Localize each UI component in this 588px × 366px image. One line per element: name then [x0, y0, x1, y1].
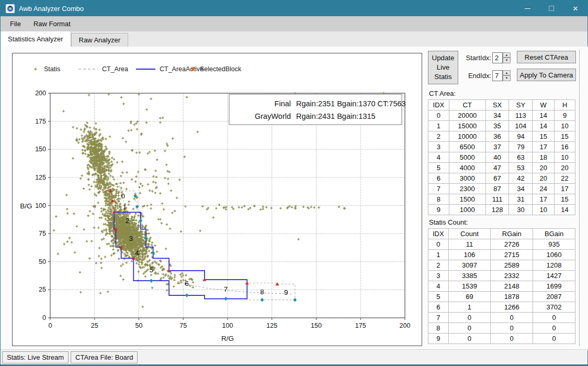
table-cell[interactable]: 94	[509, 131, 533, 142]
endidx-row: EndIdx: 7 ▲ ▼	[462, 70, 511, 81]
table-cell[interactable]: 9	[555, 110, 575, 121]
table-cell[interactable]: 6	[428, 173, 449, 184]
x-tick-label: 25	[91, 322, 98, 329]
table-cell[interactable]: 37	[485, 142, 509, 152]
tab-raw-analyzer[interactable]: Raw Analyzer	[71, 33, 128, 47]
table-cell[interactable]: 1000	[449, 205, 485, 215]
apply-to-camera-button[interactable]: Apply To Camera	[517, 69, 576, 81]
update-live-statis-button[interactable]: Update Live Statis	[428, 51, 458, 84]
table-cell: 0	[533, 334, 575, 344]
region-index-label: 1	[123, 203, 127, 211]
table-row: 8000	[428, 323, 575, 334]
table-cell[interactable]: 3000	[449, 173, 485, 184]
table-cell[interactable]: 42	[509, 173, 533, 184]
table-cell[interactable]: 7	[428, 184, 449, 194]
region-end-handle[interactable]	[185, 293, 189, 297]
table-cell: 1266	[491, 302, 533, 313]
table-cell[interactable]: 53	[509, 163, 533, 173]
startidx-down-icon[interactable]: ▼	[503, 58, 511, 63]
x-tick-label: 125	[266, 322, 277, 329]
table-cell[interactable]: 20	[533, 173, 555, 184]
table-cell[interactable]: 18	[533, 152, 555, 163]
table-cell[interactable]: 79	[509, 142, 533, 152]
table-cell[interactable]: 1500	[449, 194, 485, 205]
table-cell[interactable]: 128	[485, 205, 509, 215]
table-cell[interactable]: 24	[533, 184, 555, 194]
table-cell[interactable]: 4	[428, 152, 449, 163]
table-cell[interactable]: 67	[485, 173, 509, 184]
table-row: 6300067422022	[428, 173, 575, 184]
startidx-up-icon[interactable]: ▲	[503, 52, 511, 58]
table-cell[interactable]: 20	[555, 163, 575, 173]
close-button[interactable]: ✕	[563, 1, 587, 16]
table-cell[interactable]: 30	[509, 205, 533, 215]
startidx-input[interactable]: 2	[492, 52, 503, 63]
table-cell[interactable]: 47	[485, 163, 509, 173]
table-cell[interactable]: 14	[555, 205, 575, 215]
startidx-label: StartIdx:	[462, 54, 491, 62]
table-cell[interactable]: 15000	[449, 121, 485, 131]
region-end-handle[interactable]	[293, 298, 297, 302]
menu-raw-format[interactable]: Raw Format	[27, 16, 77, 31]
table-cell[interactable]: 1	[428, 121, 449, 131]
x-tick-label: 75	[179, 322, 187, 329]
table-row: 110627151060	[428, 250, 575, 260]
table-cell[interactable]: 10	[555, 121, 575, 131]
table-cell[interactable]: 15	[533, 131, 555, 142]
maximize-button[interactable]	[539, 1, 563, 16]
table-cell[interactable]: 15	[555, 194, 575, 205]
tab-statistics-analyzer[interactable]: Statistics Analyzer	[1, 31, 71, 47]
table-cell[interactable]: 17	[533, 194, 555, 205]
region-end-handle[interactable]	[135, 205, 139, 208]
endidx-input[interactable]: 7	[492, 70, 503, 81]
table-cell[interactable]: 10000	[449, 131, 485, 142]
axis-ticks: 0025255050757510010012512515015017517520…	[35, 90, 410, 329]
table-cell[interactable]: 3	[428, 142, 449, 152]
table-cell[interactable]: 20	[533, 163, 555, 173]
table-cell[interactable]: 20000	[449, 110, 485, 121]
table-cell[interactable]: 111	[485, 194, 509, 205]
table-cell[interactable]: 0	[428, 110, 449, 121]
awb-scatter-chart[interactable]: 0025255050757510010012512515015017517520…	[13, 53, 422, 346]
table-cell[interactable]: 4000	[449, 163, 485, 173]
minimize-button[interactable]	[515, 1, 539, 16]
table-cell[interactable]: 31	[509, 194, 533, 205]
table-cell[interactable]: 6500	[449, 142, 485, 152]
table-cell[interactable]: 34	[509, 184, 533, 194]
table-cell[interactable]: 8	[428, 194, 449, 205]
table-cell[interactable]: 34	[485, 110, 509, 121]
table-cell[interactable]: 14	[533, 121, 555, 131]
table-cell[interactable]: 40	[485, 152, 509, 163]
table-cell[interactable]: 87	[485, 184, 509, 194]
table-cell[interactable]: 5000	[449, 152, 485, 163]
table-cell[interactable]: 15	[555, 131, 575, 142]
table-cell[interactable]: 17	[555, 184, 575, 194]
table-row: 2309725891208	[428, 260, 575, 271]
endidx-up-icon[interactable]: ▲	[503, 70, 511, 76]
table-cell[interactable]: 16	[555, 142, 575, 152]
table-cell[interactable]: 10	[555, 152, 575, 163]
region-end-handle[interactable]	[261, 298, 264, 302]
menu-file[interactable]: File	[4, 16, 27, 31]
table-cell[interactable]: 2300	[449, 184, 485, 194]
region-end-handle[interactable]	[150, 279, 153, 283]
table-cell[interactable]: 2	[428, 131, 449, 142]
table-cell[interactable]: 10	[533, 205, 555, 215]
region-start-handle[interactable]	[245, 281, 249, 284]
reset-ctarea-button[interactable]: Reset CTArea	[517, 51, 576, 63]
table-cell[interactable]: 35	[485, 121, 509, 131]
table-cell[interactable]: 63	[509, 152, 533, 163]
endidx-down-icon[interactable]: ▼	[503, 75, 511, 81]
table-cell[interactable]: 22	[555, 173, 575, 184]
table-cell[interactable]: 113	[509, 110, 533, 121]
table-cell[interactable]: 104	[509, 121, 533, 131]
y-tick-label: 150	[35, 146, 46, 153]
table-cell[interactable]: 36	[485, 131, 509, 142]
table-cell[interactable]: 17	[533, 142, 555, 152]
table-cell[interactable]: 14	[533, 110, 555, 121]
ct-locus-curve	[118, 179, 293, 294]
legend-selectedblock-label: SelectedBlock	[200, 65, 242, 73]
table-cell[interactable]: 5	[428, 163, 449, 173]
table-cell[interactable]: 9	[428, 205, 449, 215]
region-end-handle[interactable]	[224, 297, 228, 301]
